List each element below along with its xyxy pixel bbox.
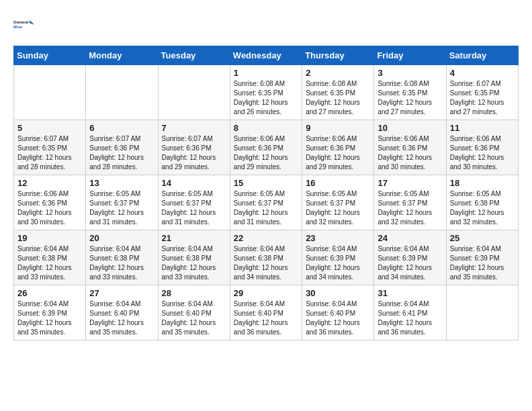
calendar-cell: 23Sunrise: 6:04 AM Sunset: 6:39 PM Dayli…: [302, 230, 374, 285]
calendar-cell: 10Sunrise: 6:06 AM Sunset: 6:36 PM Dayli…: [374, 120, 446, 175]
calendar-week-row: 12Sunrise: 6:06 AM Sunset: 6:36 PM Dayli…: [14, 175, 519, 230]
day-info: Sunrise: 6:06 AM Sunset: 6:36 PM Dayligh…: [234, 134, 298, 172]
weekday-header: Tuesday: [158, 46, 230, 65]
calendar-cell: 16Sunrise: 6:05 AM Sunset: 6:37 PM Dayli…: [302, 175, 374, 230]
day-info: Sunrise: 6:04 AM Sunset: 6:41 PM Dayligh…: [378, 300, 442, 337]
day-number: 7: [162, 123, 226, 133]
calendar-cell: 11Sunrise: 6:06 AM Sunset: 6:36 PM Dayli…: [446, 120, 518, 175]
calendar-cell: [158, 65, 230, 120]
calendar-cell: 19Sunrise: 6:04 AM Sunset: 6:38 PM Dayli…: [14, 230, 86, 285]
calendar-week-row: 1Sunrise: 6:08 AM Sunset: 6:35 PM Daylig…: [14, 65, 519, 120]
day-info: Sunrise: 6:04 AM Sunset: 6:38 PM Dayligh…: [89, 244, 154, 282]
calendar-cell: 8Sunrise: 6:06 AM Sunset: 6:36 PM Daylig…: [230, 120, 302, 175]
day-info: Sunrise: 6:04 AM Sunset: 6:39 PM Dayligh…: [450, 244, 515, 282]
calendar-cell: 9Sunrise: 6:06 AM Sunset: 6:36 PM Daylig…: [302, 120, 374, 175]
calendar-cell: 29Sunrise: 6:04 AM Sunset: 6:40 PM Dayli…: [230, 285, 302, 340]
day-number: 12: [17, 178, 82, 188]
calendar-week-row: 5Sunrise: 6:07 AM Sunset: 6:35 PM Daylig…: [14, 120, 519, 175]
weekday-header: Friday: [374, 46, 446, 65]
day-info: Sunrise: 6:06 AM Sunset: 6:36 PM Dayligh…: [306, 134, 370, 172]
day-info: Sunrise: 6:05 AM Sunset: 6:37 PM Dayligh…: [89, 189, 154, 227]
day-number: 31: [378, 288, 442, 298]
day-number: 22: [234, 233, 298, 243]
logo: GeneralBlue: [13, 13, 35, 35]
day-info: Sunrise: 6:05 AM Sunset: 6:37 PM Dayligh…: [234, 189, 298, 227]
calendar-cell: 31Sunrise: 6:04 AM Sunset: 6:41 PM Dayli…: [374, 285, 446, 340]
day-info: Sunrise: 6:07 AM Sunset: 6:35 PM Dayligh…: [450, 79, 515, 117]
day-number: 27: [89, 288, 154, 298]
day-number: 17: [378, 178, 442, 188]
calendar-cell: 28Sunrise: 6:04 AM Sunset: 6:40 PM Dayli…: [158, 285, 230, 340]
day-number: 4: [450, 68, 515, 78]
day-info: Sunrise: 6:07 AM Sunset: 6:35 PM Dayligh…: [17, 134, 82, 172]
day-info: Sunrise: 6:04 AM Sunset: 6:40 PM Dayligh…: [162, 300, 226, 337]
weekday-header: Thursday: [302, 46, 374, 65]
day-info: Sunrise: 6:05 AM Sunset: 6:37 PM Dayligh…: [306, 189, 370, 227]
day-info: Sunrise: 6:08 AM Sunset: 6:35 PM Dayligh…: [306, 79, 370, 117]
day-number: 28: [162, 288, 226, 298]
day-info: Sunrise: 6:05 AM Sunset: 6:37 PM Dayligh…: [378, 189, 442, 227]
day-number: 5: [17, 123, 82, 133]
day-number: 21: [162, 233, 226, 243]
day-number: 26: [17, 288, 82, 298]
calendar-cell: 4Sunrise: 6:07 AM Sunset: 6:35 PM Daylig…: [446, 65, 518, 120]
weekday-header: Wednesday: [230, 46, 302, 65]
calendar-cell: 24Sunrise: 6:04 AM Sunset: 6:39 PM Dayli…: [374, 230, 446, 285]
day-info: Sunrise: 6:04 AM Sunset: 6:39 PM Dayligh…: [306, 244, 370, 282]
day-number: 24: [378, 233, 442, 243]
day-number: 29: [234, 288, 298, 298]
day-info: Sunrise: 6:06 AM Sunset: 6:36 PM Dayligh…: [450, 134, 515, 172]
calendar-cell: 6Sunrise: 6:07 AM Sunset: 6:36 PM Daylig…: [86, 120, 158, 175]
weekday-header: Saturday: [446, 46, 518, 65]
weekday-header: Monday: [86, 46, 158, 65]
day-info: Sunrise: 6:04 AM Sunset: 6:40 PM Dayligh…: [306, 300, 370, 337]
calendar-cell: [14, 65, 86, 120]
day-number: 8: [234, 123, 298, 133]
calendar-cell: [86, 65, 158, 120]
calendar-cell: 17Sunrise: 6:05 AM Sunset: 6:37 PM Dayli…: [374, 175, 446, 230]
day-number: 19: [17, 233, 82, 243]
logo-icon: GeneralBlue: [13, 13, 35, 35]
calendar-cell: 12Sunrise: 6:06 AM Sunset: 6:36 PM Dayli…: [14, 175, 86, 230]
calendar-cell: 2Sunrise: 6:08 AM Sunset: 6:35 PM Daylig…: [302, 65, 374, 120]
calendar-cell: 18Sunrise: 6:05 AM Sunset: 6:38 PM Dayli…: [446, 175, 518, 230]
calendar-week-row: 26Sunrise: 6:04 AM Sunset: 6:39 PM Dayli…: [14, 285, 519, 340]
day-info: Sunrise: 6:04 AM Sunset: 6:38 PM Dayligh…: [162, 244, 226, 282]
day-number: 14: [162, 178, 226, 188]
calendar-cell: 30Sunrise: 6:04 AM Sunset: 6:40 PM Dayli…: [302, 285, 374, 340]
day-info: Sunrise: 6:04 AM Sunset: 6:38 PM Dayligh…: [17, 244, 82, 282]
weekday-header: Sunday: [14, 46, 86, 65]
day-info: Sunrise: 6:04 AM Sunset: 6:39 PM Dayligh…: [17, 300, 82, 337]
page-header: GeneralBlue: [13, 13, 519, 35]
calendar-cell: [446, 285, 518, 340]
calendar-cell: 15Sunrise: 6:05 AM Sunset: 6:37 PM Dayli…: [230, 175, 302, 230]
calendar-cell: 25Sunrise: 6:04 AM Sunset: 6:39 PM Dayli…: [446, 230, 518, 285]
svg-marker-2: [30, 20, 34, 25]
calendar-cell: 3Sunrise: 6:08 AM Sunset: 6:35 PM Daylig…: [374, 65, 446, 120]
calendar-cell: 26Sunrise: 6:04 AM Sunset: 6:39 PM Dayli…: [14, 285, 86, 340]
day-info: Sunrise: 6:04 AM Sunset: 6:40 PM Dayligh…: [234, 300, 298, 337]
calendar-cell: 1Sunrise: 6:08 AM Sunset: 6:35 PM Daylig…: [230, 65, 302, 120]
day-info: Sunrise: 6:05 AM Sunset: 6:37 PM Dayligh…: [162, 189, 226, 227]
day-number: 25: [450, 233, 515, 243]
calendar-cell: 21Sunrise: 6:04 AM Sunset: 6:38 PM Dayli…: [158, 230, 230, 285]
calendar-week-row: 19Sunrise: 6:04 AM Sunset: 6:38 PM Dayli…: [14, 230, 519, 285]
day-info: Sunrise: 6:05 AM Sunset: 6:38 PM Dayligh…: [450, 189, 515, 227]
day-info: Sunrise: 6:07 AM Sunset: 6:36 PM Dayligh…: [162, 134, 226, 172]
day-number: 2: [306, 68, 370, 78]
day-number: 16: [306, 178, 370, 188]
weekday-header-row: SundayMondayTuesdayWednesdayThursdayFrid…: [14, 46, 519, 65]
calendar-cell: 5Sunrise: 6:07 AM Sunset: 6:35 PM Daylig…: [14, 120, 86, 175]
day-number: 1: [234, 68, 298, 78]
calendar-cell: 22Sunrise: 6:04 AM Sunset: 6:38 PM Dayli…: [230, 230, 302, 285]
day-info: Sunrise: 6:04 AM Sunset: 6:38 PM Dayligh…: [234, 244, 298, 282]
day-info: Sunrise: 6:08 AM Sunset: 6:35 PM Dayligh…: [234, 79, 298, 117]
day-number: 15: [234, 178, 298, 188]
day-number: 10: [378, 123, 442, 133]
svg-text:General: General: [13, 20, 29, 24]
day-info: Sunrise: 6:07 AM Sunset: 6:36 PM Dayligh…: [89, 134, 154, 172]
day-number: 13: [89, 178, 154, 188]
calendar-cell: 27Sunrise: 6:04 AM Sunset: 6:40 PM Dayli…: [86, 285, 158, 340]
calendar-table: SundayMondayTuesdayWednesdayThursdayFrid…: [13, 46, 519, 340]
svg-text:Blue: Blue: [13, 25, 23, 29]
